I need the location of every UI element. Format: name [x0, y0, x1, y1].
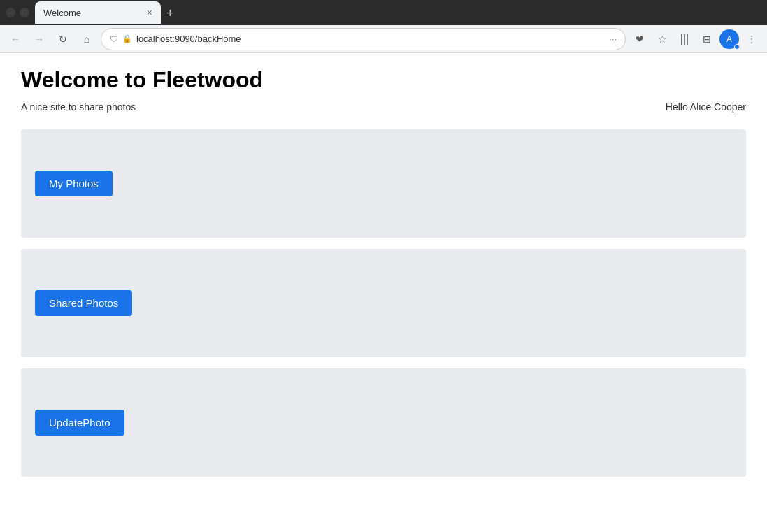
back-button[interactable]: ←: [6, 29, 25, 49]
library-icon: |||: [680, 33, 689, 45]
update-photo-button[interactable]: UpdatePhoto: [35, 410, 124, 436]
forward-icon: →: [34, 34, 44, 45]
profile-dot: [734, 44, 740, 50]
tab-label: Welcome: [43, 8, 81, 18]
pocket-button[interactable]: ❤: [630, 29, 650, 49]
nav-icons: ❤ ☆ ||| ⊟ A ⋮: [630, 29, 761, 49]
address-input[interactable]: [136, 34, 605, 44]
page-content: Welcome to Fleetwood A nice site to shar…: [0, 53, 767, 502]
library-button[interactable]: |||: [675, 29, 694, 49]
maximize-button[interactable]: □: [20, 8, 29, 17]
shield-icon: 🛡: [110, 34, 118, 44]
browser-chrome: – □ Welcome × + ← → ↻ ⌂ 🛡 🔒 ···: [0, 0, 767, 53]
minimize-button[interactable]: –: [6, 8, 15, 17]
shared-photos-card: Shared Photos: [21, 249, 746, 357]
my-photos-button[interactable]: My Photos: [35, 171, 113, 196]
browser-tabs: Welcome × +: [35, 1, 761, 24]
back-icon: ←: [10, 34, 20, 45]
page-title: Welcome to Fleetwood: [21, 67, 746, 93]
extensions-button[interactable]: ⋮: [742, 29, 761, 49]
browser-navbar: ← → ↻ ⌂ 🛡 🔒 ··· ❤ ☆ ||| ⊟ A: [0, 25, 767, 53]
active-tab[interactable]: Welcome ×: [35, 1, 161, 24]
my-photos-card: My Photos: [21, 129, 746, 238]
refresh-icon: ↻: [59, 34, 67, 45]
home-button[interactable]: ⌂: [77, 29, 96, 49]
page-subtitle: A nice site to share photos: [21, 101, 666, 113]
update-photo-card: UpdatePhoto: [21, 368, 746, 477]
lock-icon: 🔒: [122, 34, 132, 43]
window-controls: – □: [6, 8, 29, 17]
synced-tabs-button[interactable]: ⊟: [697, 29, 717, 49]
profile-button[interactable]: A: [719, 29, 739, 49]
refresh-button[interactable]: ↻: [53, 29, 73, 49]
forward-button[interactable]: →: [29, 29, 49, 49]
shared-photos-button[interactable]: Shared Photos: [35, 290, 132, 316]
tab-close-button[interactable]: ×: [147, 7, 152, 18]
address-menu-button[interactable]: ···: [609, 34, 617, 44]
subtitle-row: A nice site to share photos Hello Alice …: [21, 101, 746, 113]
new-tab-button[interactable]: +: [161, 3, 180, 24]
browser-titlebar: – □ Welcome × +: [0, 0, 767, 25]
home-icon: ⌂: [84, 34, 89, 45]
hello-text: Hello Alice Cooper: [666, 101, 746, 113]
address-bar-container: 🛡 🔒 ···: [101, 28, 626, 50]
star-button[interactable]: ☆: [652, 29, 672, 49]
